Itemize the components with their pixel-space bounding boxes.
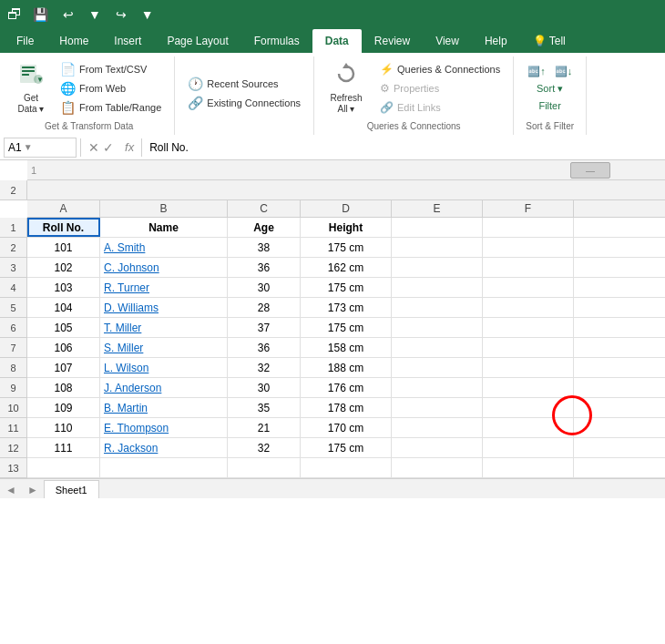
cell-d11[interactable]: 170 cm (301, 418, 392, 437)
cell-d3[interactable]: 162 cm (301, 258, 392, 277)
cell-c8[interactable]: 32 (228, 358, 301, 377)
tab-home[interactable]: Home (46, 29, 101, 53)
cell-c10[interactable]: 35 (228, 398, 301, 417)
cell-c5[interactable]: 28 (228, 298, 301, 317)
cell-a12[interactable]: 111 (27, 438, 100, 457)
cell-a11[interactable]: 110 (27, 418, 100, 437)
formula-input[interactable] (146, 138, 661, 158)
cell-d5[interactable]: 173 cm (301, 298, 392, 317)
cell-e4[interactable] (392, 278, 483, 297)
cell-b9[interactable]: J. Anderson (100, 378, 228, 397)
tab-review[interactable]: Review (362, 29, 423, 53)
confirm-formula-icon[interactable]: ✓ (103, 140, 114, 155)
cell-a13[interactable] (27, 458, 100, 477)
sheet-tab-nav-left[interactable]: ◄ (0, 482, 22, 498)
cell-d13[interactable] (301, 458, 392, 477)
cell-c4[interactable]: 30 (228, 278, 301, 297)
cell-c13[interactable] (228, 458, 301, 477)
cell-f1[interactable] (483, 218, 574, 237)
cell-b1[interactable]: Name (100, 218, 228, 237)
cell-a2[interactable]: 101 (27, 238, 100, 257)
save-button[interactable]: 💾 (29, 5, 52, 24)
cell-f7[interactable] (483, 338, 574, 357)
cell-f4[interactable] (483, 278, 574, 297)
cell-e13[interactable] (392, 458, 483, 477)
tab-page-layout[interactable]: Page Layout (154, 29, 240, 53)
cell-d2[interactable]: 175 cm (301, 238, 392, 257)
cell-f3[interactable] (483, 258, 574, 277)
cell-f9[interactable] (483, 378, 574, 397)
cell-d12[interactable]: 175 cm (301, 438, 392, 457)
refresh-all-button[interactable]: RefreshAll ▾ (322, 58, 371, 118)
from-text-csv-button[interactable]: 📄 From Text/CSV (55, 60, 167, 78)
get-data-button[interactable]: ▼ GetData ▾ (11, 58, 51, 118)
cell-b11[interactable]: E. Thompson (100, 418, 228, 437)
cell-b6[interactable]: T. Miller (100, 318, 228, 337)
undo-dropdown[interactable]: ▼ (85, 5, 105, 24)
cell-f11[interactable] (483, 418, 574, 437)
cell-a3[interactable]: 102 (27, 258, 100, 277)
filter-button[interactable]: Filter (535, 98, 564, 113)
sort-za-button[interactable]: 🔤↓ (552, 64, 576, 79)
sort-custom-button[interactable]: Sort ▾ (533, 81, 567, 97)
from-web-button[interactable]: 🌐 From Web (55, 79, 167, 97)
cell-c9[interactable]: 30 (228, 378, 301, 397)
cell-a8[interactable]: 107 (27, 358, 100, 377)
cell-e1[interactable] (392, 218, 483, 237)
cell-b8[interactable]: L. Wilson (100, 358, 228, 377)
cell-f12[interactable] (483, 438, 574, 457)
cell-e12[interactable] (392, 438, 483, 457)
sheet-tab-1[interactable]: Sheet1 (44, 480, 99, 498)
cell-e5[interactable] (392, 298, 483, 317)
tab-data[interactable]: Data (312, 29, 362, 53)
cell-d7[interactable]: 158 cm (301, 338, 392, 357)
cell-f2[interactable] (483, 238, 574, 257)
cell-a5[interactable]: 104 (27, 298, 100, 317)
cell-a10[interactable]: 109 (27, 398, 100, 417)
tab-help[interactable]: Help (472, 29, 520, 53)
cell-e11[interactable] (392, 418, 483, 437)
undo-button[interactable]: ↩ (59, 5, 77, 24)
cell-c11[interactable]: 21 (228, 418, 301, 437)
cell-b7[interactable]: S. Miller (100, 338, 228, 357)
cancel-formula-icon[interactable]: ✕ (88, 140, 99, 155)
cell-reference-box[interactable]: A1 ▼ (4, 138, 77, 158)
cell-c12[interactable]: 32 (228, 438, 301, 457)
cell-b2[interactable]: A. Smith (100, 238, 228, 257)
sheet-tab-nav-right[interactable]: ► (22, 482, 44, 498)
cell-d6[interactable]: 175 cm (301, 318, 392, 337)
h-scrollbar-thumb[interactable]: — (570, 162, 610, 179)
cell-e10[interactable] (392, 398, 483, 417)
cell-b4[interactable]: R. Turner (100, 278, 228, 297)
cell-d9[interactable]: 176 cm (301, 378, 392, 397)
cell-d8[interactable]: 188 cm (301, 358, 392, 377)
cell-e8[interactable] (392, 358, 483, 377)
cell-d1[interactable]: Height (301, 218, 392, 237)
tab-view[interactable]: View (423, 29, 472, 53)
cell-ref-dropdown-icon[interactable]: ▼ (24, 142, 33, 152)
cell-b3[interactable]: C. Johnson (100, 258, 228, 277)
cell-c1[interactable]: Age (228, 218, 301, 237)
existing-connections-button[interactable]: 🔗 Existing Connections (182, 94, 306, 112)
cell-a1[interactable]: Roll No. (27, 218, 100, 237)
redo-button[interactable]: ↪ (112, 5, 130, 24)
recent-sources-button[interactable]: 🕐 Recent Sources (182, 75, 306, 93)
cell-c7[interactable]: 36 (228, 338, 301, 357)
cell-a9[interactable]: 108 (27, 378, 100, 397)
cell-b10[interactable]: B. Martin (100, 398, 228, 417)
cell-d10[interactable]: 178 cm (301, 398, 392, 417)
tab-file[interactable]: File (4, 29, 46, 53)
cell-d4[interactable]: 175 cm (301, 278, 392, 297)
from-table-button[interactable]: 📋 From Table/Range (55, 98, 167, 117)
cell-b13[interactable] (100, 458, 228, 477)
cell-e6[interactable] (392, 318, 483, 337)
cell-f8[interactable] (483, 358, 574, 377)
tab-tell[interactable]: 💡 Tell (520, 29, 578, 53)
cell-a4[interactable]: 103 (27, 278, 100, 297)
sort-az-button[interactable]: 🔤↑ (525, 64, 548, 79)
tab-formulas[interactable]: Formulas (241, 29, 312, 53)
quick-access-dropdown[interactable]: ▼ (138, 5, 158, 24)
cell-a6[interactable]: 105 (27, 318, 100, 337)
cell-c2[interactable]: 38 (228, 238, 301, 257)
cell-e3[interactable] (392, 258, 483, 277)
